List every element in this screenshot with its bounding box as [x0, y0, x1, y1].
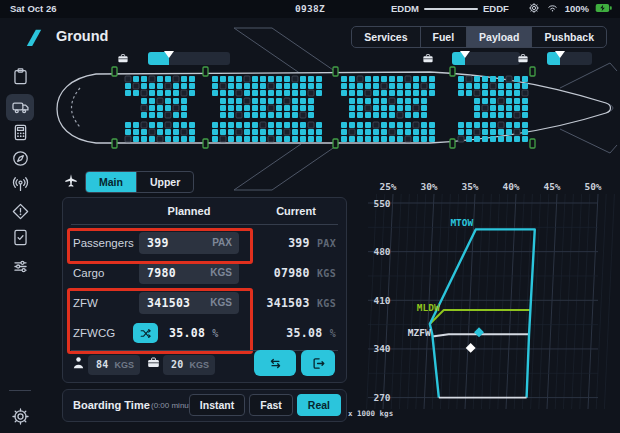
seat[interactable]: [244, 105, 250, 111]
seat[interactable]: [373, 98, 379, 104]
seat[interactable]: [482, 122, 488, 128]
cargo-planned-input[interactable]: 7980 KGS: [139, 262, 239, 284]
pax-weight-input[interactable]: 84 KGS: [88, 355, 140, 375]
seat[interactable]: [405, 105, 411, 111]
seat[interactable]: [316, 76, 322, 82]
boarding-option-real[interactable]: Real: [297, 394, 341, 416]
zfwcg-shuffle-button[interactable]: [133, 323, 158, 343]
seat[interactable]: [466, 129, 472, 135]
seat[interactable]: [349, 76, 355, 82]
seat[interactable]: [292, 136, 298, 142]
seat[interactable]: [220, 136, 226, 142]
seat[interactable]: [165, 90, 171, 96]
seat[interactable]: [276, 112, 282, 118]
seat[interactable]: [381, 105, 387, 111]
seat[interactable]: [357, 76, 363, 82]
seat[interactable]: [421, 98, 427, 104]
seat[interactable]: [458, 122, 464, 128]
seat[interactable]: [381, 112, 387, 118]
seat[interactable]: [292, 129, 298, 135]
seat[interactable]: [466, 136, 472, 142]
zfw-planned-input[interactable]: 341503 KGS: [139, 292, 239, 314]
seat[interactable]: [173, 136, 179, 142]
seat[interactable]: [308, 98, 314, 104]
seat[interactable]: [316, 136, 322, 142]
seat[interactable]: [357, 136, 363, 142]
seat[interactable]: [474, 76, 480, 82]
seat[interactable]: [498, 98, 504, 104]
seat[interactable]: [181, 129, 187, 135]
seat[interactable]: [244, 76, 250, 82]
seat[interactable]: [506, 98, 512, 104]
seat[interactable]: [405, 136, 411, 142]
seat[interactable]: [189, 136, 195, 142]
seat[interactable]: [458, 83, 464, 89]
seat[interactable]: [300, 83, 306, 89]
seat[interactable]: [349, 136, 355, 142]
seat[interactable]: [308, 76, 314, 82]
seat[interactable]: [349, 112, 355, 118]
seat[interactable]: [474, 129, 480, 135]
seat[interactable]: [212, 136, 218, 142]
seat[interactable]: [381, 90, 387, 96]
seat[interactable]: [514, 83, 520, 89]
seat[interactable]: [421, 129, 427, 135]
seat[interactable]: [292, 98, 298, 104]
seat[interactable]: [181, 136, 187, 142]
seat[interactable]: [173, 112, 179, 118]
seat[interactable]: [365, 136, 371, 142]
tab-fuel[interactable]: Fuel: [420, 27, 467, 47]
seat[interactable]: [482, 83, 488, 89]
seat[interactable]: [357, 83, 363, 89]
seat[interactable]: [522, 129, 528, 135]
seat[interactable]: [276, 122, 282, 128]
seat[interactable]: [212, 83, 218, 89]
seat[interactable]: [228, 76, 234, 82]
boarding-option-fast[interactable]: Fast: [249, 394, 293, 416]
seat[interactable]: [341, 76, 347, 82]
seat[interactable]: [157, 76, 163, 82]
sidebar-item-truck[interactable]: [6, 94, 34, 121]
seat[interactable]: [522, 136, 528, 142]
seat[interactable]: [308, 122, 314, 128]
seat[interactable]: [308, 129, 314, 135]
seat[interactable]: [490, 122, 496, 128]
seat[interactable]: [522, 76, 528, 82]
seat[interactable]: [157, 129, 163, 135]
seat[interactable]: [498, 136, 504, 142]
seat[interactable]: [276, 105, 282, 111]
seat[interactable]: [506, 136, 512, 142]
seat[interactable]: [260, 136, 266, 142]
seat[interactable]: [284, 76, 290, 82]
seat[interactable]: [421, 112, 427, 118]
swap-values-button[interactable]: [254, 350, 296, 376]
seat[interactable]: [220, 129, 226, 135]
seat[interactable]: [498, 76, 504, 82]
seat[interactable]: [284, 105, 290, 111]
sidebar-item-calculator[interactable]: [6, 119, 34, 146]
seat[interactable]: [429, 136, 435, 142]
seat[interactable]: [252, 129, 258, 135]
seat[interactable]: [300, 136, 306, 142]
seat[interactable]: [365, 76, 371, 82]
seat[interactable]: [125, 136, 131, 142]
seat[interactable]: [506, 122, 512, 128]
seat[interactable]: [413, 98, 419, 104]
seat[interactable]: [173, 83, 179, 89]
seat[interactable]: [498, 105, 504, 111]
seat[interactable]: [228, 90, 234, 96]
seat[interactable]: [212, 122, 218, 128]
cargo-slider-track[interactable]: [452, 52, 520, 65]
seat[interactable]: [181, 112, 187, 118]
seat[interactable]: [349, 129, 355, 135]
seat[interactable]: [365, 105, 371, 111]
seat[interactable]: [474, 90, 480, 96]
seat[interactable]: [341, 83, 347, 89]
seat[interactable]: [260, 98, 266, 104]
seat[interactable]: [212, 76, 218, 82]
seat[interactable]: [276, 76, 282, 82]
seat[interactable]: [149, 83, 155, 89]
seat[interactable]: [228, 136, 234, 142]
seat[interactable]: [165, 129, 171, 135]
seat[interactable]: [260, 76, 266, 82]
